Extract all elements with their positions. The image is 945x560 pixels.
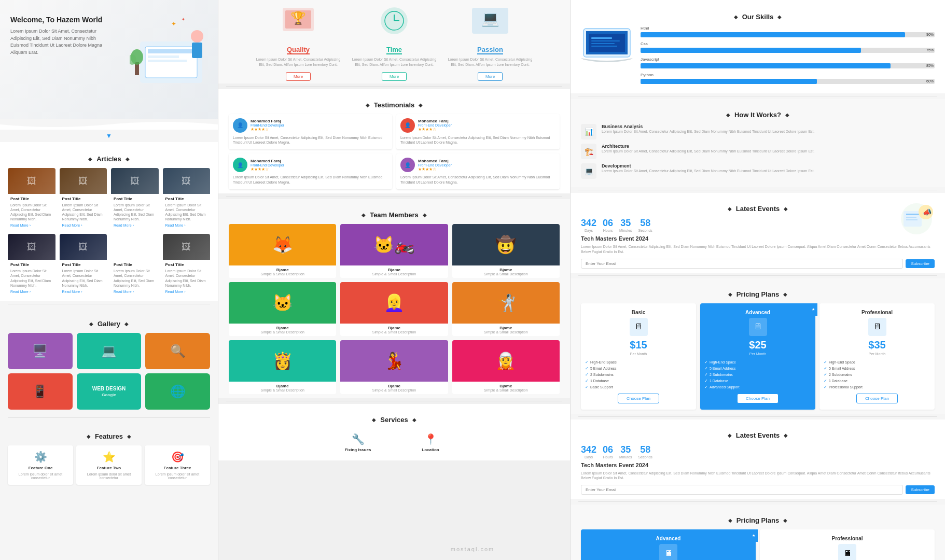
hero-text: Lorem Ipsum Dolor Sit Amet, Consectetur … bbox=[10, 28, 109, 56]
subscribe-row-top: Subscribe bbox=[581, 259, 935, 269]
skills-section: ◆ Our Skills ◆ bbox=[571, 0, 945, 93]
pricing-feature: ✓ 1 Database bbox=[824, 379, 930, 383]
services-header: ◆ Services ◆ bbox=[229, 416, 560, 424]
read-more-link[interactable]: Read More › bbox=[165, 290, 208, 293]
article-card: 🖼 Post Title Lorem Ipsum Dolor Sit Amet,… bbox=[111, 168, 159, 230]
pricing-feature: ✓ High-End Space bbox=[585, 360, 692, 365]
choose-plan-btn[interactable]: Choose Plan bbox=[856, 394, 898, 403]
team-name: Bjame bbox=[454, 326, 558, 330]
pricing-card: Professional 🖥 $35 Per Month ✓ High-End … bbox=[819, 303, 935, 410]
plan-icon: 🖥 bbox=[659, 544, 677, 560]
pricing-plans-bottom: ◆ Pricing Plans ◆ ★ Advanced 🖥 $25 Per M… bbox=[571, 505, 945, 560]
feature-more-btn[interactable]: More bbox=[286, 72, 311, 81]
team-title: Team Members bbox=[370, 211, 419, 219]
countdown-item: 58 Seconds bbox=[638, 444, 652, 459]
testimonial-text: Lorem Ipsum Dolor Sit Amet, Consectetur … bbox=[400, 135, 555, 146]
team-role: Simple & Small Description bbox=[342, 330, 446, 334]
latest-events-top-header: ◆ Latest Events ◆ bbox=[581, 205, 935, 213]
team-role: Simple & Small Description bbox=[454, 330, 558, 334]
count-num: 06 bbox=[603, 218, 613, 229]
panel-left: ✦ ✦ Welcome, To Hazem World Lorem Ipsum … bbox=[0, 0, 218, 560]
count-label: Hours bbox=[603, 229, 613, 232]
read-more-link[interactable]: Read More › bbox=[10, 290, 53, 293]
article-card: 🖼 Post Title Lorem Ipsum Dolor Sit Amet,… bbox=[163, 168, 211, 230]
skill-name: Python bbox=[641, 73, 935, 77]
hero-illustration: ✦ ✦ bbox=[130, 10, 213, 88]
count-label: Days bbox=[581, 229, 596, 232]
skill-name: Css bbox=[641, 41, 935, 46]
featured-ribbon: ★ bbox=[749, 529, 758, 542]
stars: ★★★★☆ bbox=[418, 127, 452, 132]
choose-plan-btn[interactable]: Choose Plan bbox=[737, 394, 779, 403]
gallery-item[interactable]: 📱 bbox=[8, 373, 73, 410]
read-more-link[interactable]: Read More › bbox=[62, 290, 105, 293]
features-section-left: ◆ Features ◆ ⚙️ Feature One Lorem ipsum … bbox=[0, 421, 218, 494]
testimonial-name: Mohamed Faraj bbox=[251, 119, 284, 123]
article-title: Post Title bbox=[114, 262, 156, 267]
read-more-link[interactable]: Read More › bbox=[62, 223, 105, 227]
skills-header: ◆ Our Skills ◆ bbox=[581, 13, 935, 21]
feature-desc: Lorem Ipsum Dolor Sit Amet, Consectetur … bbox=[254, 57, 342, 67]
count-num: 35 bbox=[619, 218, 632, 229]
read-more-link[interactable]: Read More › bbox=[165, 223, 208, 227]
count-label: Minutes bbox=[619, 229, 632, 232]
feature-desc: Lorem Ipsum Dolor Sit Amet, Consectetur … bbox=[350, 57, 438, 67]
article-text: Lorem Ipsum Dolor Sit Amet, Consectetur … bbox=[10, 269, 53, 287]
gallery-item[interactable]: 💻 bbox=[77, 333, 142, 369]
subscribe-btn-top[interactable]: Subscribe bbox=[906, 259, 935, 268]
svg-text:💻: 💻 bbox=[481, 10, 499, 27]
article-text: Lorem Ipsum Dolor Sit Amet, Consectetur … bbox=[10, 203, 53, 221]
subscribe-row-bottom: Subscribe bbox=[581, 485, 935, 495]
plan-name: Advanced bbox=[704, 310, 811, 315]
team-name: Bjame bbox=[454, 384, 558, 388]
gallery-item[interactable]: 🌐 bbox=[145, 373, 210, 410]
gallery-item[interactable]: 🖥️ bbox=[8, 333, 73, 369]
skill-item: Python 60% bbox=[641, 73, 935, 84]
event-title-top: Tech Masters Event 2024 bbox=[581, 235, 935, 242]
plan-name: Advanced bbox=[585, 536, 752, 541]
subscribe-btn-bottom[interactable]: Subscribe bbox=[906, 485, 935, 494]
count-num: 06 bbox=[603, 444, 613, 455]
hero-title: Welcome, To Hazem World bbox=[10, 16, 109, 24]
team-section: ◆ Team Members ◆ 🦊 Bjame Simple & Small … bbox=[218, 199, 570, 398]
count-label: Seconds bbox=[638, 229, 652, 232]
feature-top-card: Time Lorem Ipsum Dolor Sit Amet, Consect… bbox=[350, 5, 438, 81]
testimonial-role: Front-End Developer bbox=[418, 163, 452, 167]
feature-more-btn[interactable]: More bbox=[478, 72, 503, 81]
pricing-header-top: ◆ Pricing Plans ◆ bbox=[581, 290, 935, 298]
read-more-link[interactable]: Read More › bbox=[114, 290, 156, 293]
gallery-item[interactable]: WEB DESIGNGoogle bbox=[77, 373, 142, 410]
plan-period: Per Month bbox=[704, 352, 811, 356]
team-role: Simple & Small Description bbox=[342, 272, 446, 276]
count-num: 58 bbox=[638, 444, 652, 455]
team-card: 🐱‍🏍 Bjame Simple & Small Description bbox=[340, 224, 448, 278]
testimonial-name: Mohamed Faraj bbox=[251, 159, 284, 163]
gallery-grid: 🖥️💻🔍📱WEB DESIGNGoogle🌐 bbox=[8, 333, 210, 410]
plan-icon: 🖥 bbox=[868, 318, 886, 336]
feature-more-btn[interactable]: More bbox=[382, 72, 407, 81]
team-card: 💃 Bjame Simple & Small Description bbox=[340, 340, 448, 394]
gallery-item[interactable]: 🔍 bbox=[145, 333, 210, 369]
choose-plan-btn[interactable]: Choose Plan bbox=[618, 394, 659, 403]
team-header: ◆ Team Members ◆ bbox=[229, 211, 560, 219]
how-item: 🏗️ Architecture Lorem Ipsum Dolor Sit Am… bbox=[581, 144, 935, 159]
team-name: Bjame bbox=[454, 268, 558, 272]
pricing-plans-top: ◆ Pricing Plans ◆ Basic 🖥 $15 Per Month … bbox=[571, 278, 945, 414]
article-card: 🖼 Post Title Lorem Ipsum Dolor Sit Amet,… bbox=[8, 234, 55, 296]
pricing-header-bottom: ◆ Pricing Plans ◆ bbox=[581, 516, 935, 524]
svg-rect-4 bbox=[148, 60, 187, 62]
plan-name: Professional bbox=[764, 536, 930, 541]
pricing-feature: ✓ 5 Email Address bbox=[704, 366, 811, 371]
subscribe-input-top[interactable] bbox=[581, 259, 903, 269]
read-more-link[interactable]: Read More › bbox=[114, 223, 156, 227]
testimonial-text: Lorem Ipsum Dolor Sit Amet, Consectetur … bbox=[400, 175, 555, 185]
svg-rect-32 bbox=[906, 219, 918, 220]
subscribe-input-bottom[interactable] bbox=[581, 485, 903, 495]
team-role: Simple & Small Description bbox=[454, 388, 558, 392]
count-label: Hours bbox=[603, 455, 613, 459]
article-title: Post Title bbox=[114, 197, 156, 201]
read-more-link[interactable]: Read More › bbox=[10, 223, 53, 227]
how-item-text: Lorem Ipsum Dolor Sit Amet, Consectetur … bbox=[602, 169, 814, 174]
articles-title: Articles bbox=[96, 155, 121, 163]
skill-item: Javascript 85% bbox=[641, 57, 935, 68]
